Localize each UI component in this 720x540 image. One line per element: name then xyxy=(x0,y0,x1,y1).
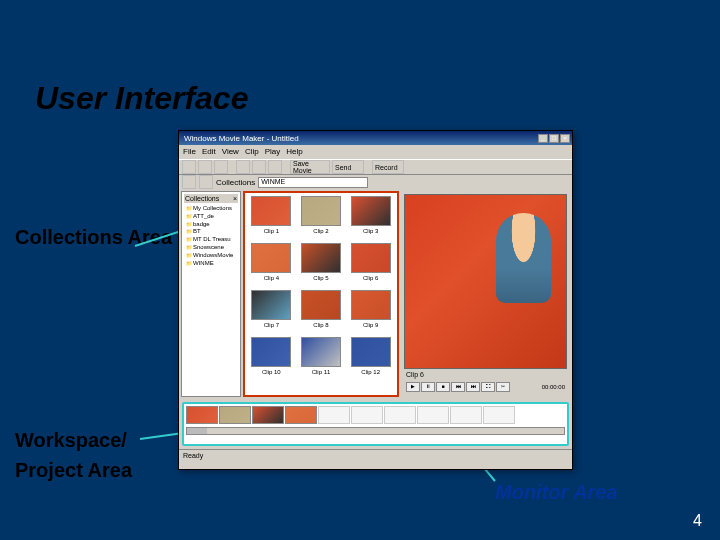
clip-item[interactable]: Clip 6 xyxy=(347,243,394,287)
timeline-cell[interactable] xyxy=(450,406,482,424)
timeline-cell[interactable] xyxy=(351,406,383,424)
toolbar-cut-icon[interactable] xyxy=(236,160,250,174)
slide-title: User Interface xyxy=(35,80,248,117)
monitor-clip-label: Clip 6 xyxy=(404,369,567,380)
clip-thumbnail xyxy=(351,290,391,320)
clip-item[interactable]: Clip 2 xyxy=(298,196,345,240)
prev-button-icon[interactable]: ⏮ xyxy=(451,382,465,392)
menu-play[interactable]: Play xyxy=(265,147,281,157)
clip-thumbnail xyxy=(251,290,291,320)
monitor-timecode: 00:00:00 xyxy=(542,384,565,390)
tree-item[interactable]: My Collections xyxy=(186,205,236,213)
clips-panel: Clip 1Clip 2Clip 3Clip 4Clip 5Clip 6Clip… xyxy=(243,191,399,397)
toolbar-send[interactable]: Send xyxy=(332,160,364,174)
tree-item[interactable]: WINME xyxy=(186,260,236,268)
tree-item[interactable]: ATT_de xyxy=(186,213,236,221)
minimize-button[interactable]: _ xyxy=(538,134,548,143)
tree-item[interactable]: MT DL Treasu xyxy=(186,236,236,244)
play-button-icon[interactable]: ▶ xyxy=(406,382,420,392)
clip-item[interactable]: Clip 3 xyxy=(347,196,394,240)
menu-view[interactable]: View xyxy=(222,147,239,157)
tree-item[interactable]: Snowscene xyxy=(186,244,236,252)
collections-close-icon[interactable]: × xyxy=(233,195,237,202)
tree-item[interactable]: badge xyxy=(186,221,236,229)
location-label: Collections xyxy=(216,178,255,187)
timeline-scrollbar[interactable] xyxy=(186,427,565,435)
label-monitor-area: Monitor Area xyxy=(495,480,618,504)
timeline-cell[interactable] xyxy=(186,406,218,424)
monitor-panel: Clip 6 ▶ ⏸ ■ ⏮ ⏭ ⛶ ✂ 00:00:00 xyxy=(401,191,570,397)
timeline-cell[interactable] xyxy=(417,406,449,424)
location-dropdown[interactable]: WINME xyxy=(258,177,368,188)
tree-item[interactable]: BT xyxy=(186,228,236,236)
movie-maker-window: Windows Movie Maker - Untitled _ □ × Fil… xyxy=(178,130,573,470)
fullscreen-button-icon[interactable]: ⛶ xyxy=(481,382,495,392)
menubar: File Edit View Clip Play Help xyxy=(179,145,572,159)
toolbar-copy-icon[interactable] xyxy=(252,160,266,174)
clip-label: Clip 1 xyxy=(264,228,279,234)
close-button[interactable]: × xyxy=(560,134,570,143)
clip-item[interactable]: Clip 8 xyxy=(298,290,345,334)
monitor-video[interactable] xyxy=(404,194,567,369)
label-project-area: Project Area xyxy=(15,458,132,482)
stop-button-icon[interactable]: ■ xyxy=(436,382,450,392)
timeline-track[interactable] xyxy=(186,406,565,424)
menu-clip[interactable]: Clip xyxy=(245,147,259,157)
tree-item[interactable]: WindowsMovie xyxy=(186,252,236,260)
collections-tree[interactable]: My Collections ATT_de badge BT MT DL Tre… xyxy=(184,203,238,269)
toolbar-record[interactable]: Record xyxy=(372,160,404,174)
nav-up-icon[interactable] xyxy=(199,175,213,189)
clip-label: Clip 12 xyxy=(361,369,380,375)
toolbar-open-icon[interactable] xyxy=(198,160,212,174)
clip-thumbnail xyxy=(301,337,341,367)
status-bar: Ready xyxy=(179,449,572,463)
clip-thumbnail xyxy=(251,243,291,273)
clip-thumbnail xyxy=(351,243,391,273)
toolbar: Save Movie Send Record xyxy=(179,159,572,175)
clip-thumbnail xyxy=(301,196,341,226)
menu-edit[interactable]: Edit xyxy=(202,147,216,157)
clip-item[interactable]: Clip 10 xyxy=(248,337,295,381)
timeline-cell[interactable] xyxy=(483,406,515,424)
next-button-icon[interactable]: ⏭ xyxy=(466,382,480,392)
clip-label: Clip 6 xyxy=(363,275,378,281)
toolbar-paste-icon[interactable] xyxy=(268,160,282,174)
timeline-cell[interactable] xyxy=(318,406,350,424)
titlebar[interactable]: Windows Movie Maker - Untitled _ □ × xyxy=(179,131,572,145)
toolbar-save-movie[interactable]: Save Movie xyxy=(290,160,330,174)
timeline-cell[interactable] xyxy=(252,406,284,424)
pause-button-icon[interactable]: ⏸ xyxy=(421,382,435,392)
clip-item[interactable]: Clip 12 xyxy=(347,337,394,381)
clip-item[interactable]: Clip 4 xyxy=(248,243,295,287)
split-button-icon[interactable]: ✂ xyxy=(496,382,510,392)
clip-label: Clip 11 xyxy=(312,369,331,375)
toolbar-new-icon[interactable] xyxy=(182,160,196,174)
clip-item[interactable]: Clip 11 xyxy=(298,337,345,381)
menu-file[interactable]: File xyxy=(183,147,196,157)
label-workspace: Workspace/ xyxy=(15,428,127,452)
timeline-cell[interactable] xyxy=(384,406,416,424)
collections-header: Collections × xyxy=(184,194,238,203)
nav-back-icon[interactable] xyxy=(182,175,196,189)
clip-item[interactable]: Clip 1 xyxy=(248,196,295,240)
timeline-cell[interactable] xyxy=(285,406,317,424)
menu-help[interactable]: Help xyxy=(286,147,302,157)
toolbar-save-icon[interactable] xyxy=(214,160,228,174)
timeline-cell[interactable] xyxy=(219,406,251,424)
maximize-button[interactable]: □ xyxy=(549,134,559,143)
label-collections-area: Collections Area xyxy=(15,225,172,249)
clip-item[interactable]: Clip 9 xyxy=(347,290,394,334)
clip-item[interactable]: Clip 5 xyxy=(298,243,345,287)
video-frame xyxy=(405,195,566,368)
clip-label: Clip 4 xyxy=(264,275,279,281)
clip-label: Clip 10 xyxy=(262,369,281,375)
clip-thumbnail xyxy=(301,290,341,320)
clip-label: Clip 5 xyxy=(313,275,328,281)
clip-thumbnail xyxy=(301,243,341,273)
window-controls: _ □ × xyxy=(538,134,570,143)
timeline-panel xyxy=(182,402,569,446)
video-subject xyxy=(496,213,551,303)
collections-panel: Collections × My Collections ATT_de badg… xyxy=(181,191,241,397)
clip-item[interactable]: Clip 7 xyxy=(248,290,295,334)
clip-label: Clip 9 xyxy=(363,322,378,328)
